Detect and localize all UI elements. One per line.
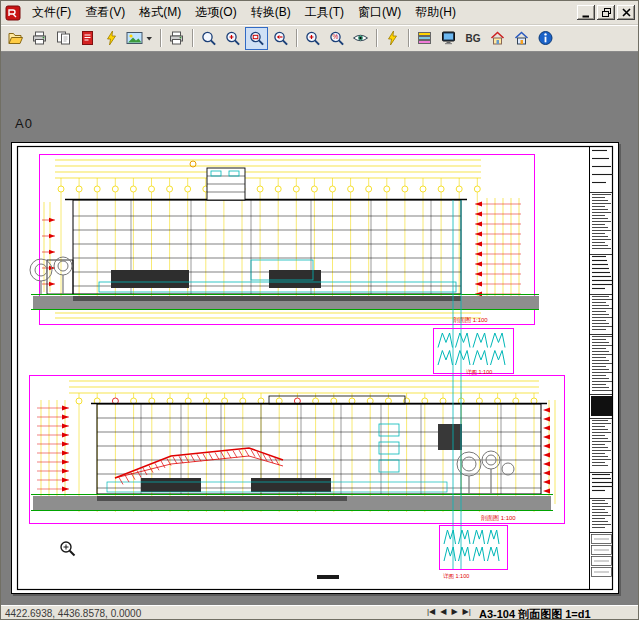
detail-box-1-label: 详图 1:100 [466,369,492,376]
save-as-image-button[interactable] [124,27,156,50]
svg-text:BG: BG [466,33,481,44]
menu-window[interactable]: 窗口(W) [351,1,408,24]
menu-tools[interactable]: 工具(T) [298,1,351,24]
layers-icon [416,30,433,46]
menu-convert[interactable]: 转换(B) [244,1,298,24]
svg-text:%: % [332,33,338,40]
bg-text-icon: BG [463,30,483,46]
website-button[interactable] [510,27,533,50]
close-button[interactable] [617,5,635,20]
app-icon [5,5,21,21]
detail-box-2-label: 详图 1:100 [443,573,469,580]
batch-convert-button[interactable] [100,27,123,50]
menu-help[interactable]: 帮助(H) [408,1,463,24]
toolbar-separator [192,29,193,47]
print-preview-button[interactable] [28,27,51,50]
status-bar: 4422.6938, 4436.8578, 0.0000 |◀◀▶▶| A3-1… [1,605,638,619]
magnifier-percent-icon: % [328,30,346,47]
printer-icon [31,30,48,46]
home-button[interactable] [486,27,509,50]
window-controls [577,5,636,20]
house-red-icon [489,30,506,46]
toolbar-separator [160,29,161,47]
info-icon [537,30,554,46]
bg-toggle-button[interactable]: BG [461,27,485,50]
image-dropdown-icon [126,30,154,46]
folder-open-icon [7,30,24,46]
zoom-window-button[interactable] [245,27,268,50]
magnifier-back-icon [272,30,290,47]
quick-locate-button[interactable] [381,27,404,50]
zoom-previous-button[interactable] [269,27,292,50]
open-button[interactable] [4,27,27,50]
magnifier-plus-icon [304,30,322,47]
last-sheet-button[interactable]: ▶| [461,606,473,618]
copy-button[interactable] [52,27,75,50]
zoom-detail-button[interactable] [301,27,324,50]
minimize-icon [580,6,593,19]
layout-label: A0 [15,116,33,131]
sheet-svg: 剖面图 1:100剖面图 1:100详图 1:100详图 1:100 [11,142,619,594]
printer-icon [168,30,185,46]
magnifier-icon [200,30,218,47]
house-blue-icon [513,30,530,46]
active-sheet-name: A3-104 剖面图图 1=d1 [479,607,591,620]
lightning-icon [384,30,401,46]
toolbar: %BG [1,25,638,52]
prev-sheet-button[interactable]: ◀ [438,606,448,618]
zoom-extents-button[interactable] [197,27,220,50]
app-window: 文件(F)查看(V)格式(M)选项(O)转换(B)工具(T)窗口(W)帮助(H)… [0,0,639,620]
restore-button[interactable] [597,5,615,20]
drawing-sheet: 剖面图 1:100剖面图 1:100详图 1:100详图 1:100 [11,142,619,594]
coordinates-readout: 4422.6938, 4436.8578, 0.0000 [5,608,141,619]
menu-file[interactable]: 文件(F) [25,1,78,24]
magnifier-window-icon [248,30,266,47]
about-button[interactable] [534,27,557,50]
view-toggle-button[interactable] [349,27,372,50]
file-red-icon [79,30,96,46]
menu-options[interactable]: 选项(O) [188,1,243,24]
menu-view[interactable]: 查看(V) [78,1,132,24]
top-drawing-label: 剖面图 1:100 [452,316,488,324]
convert-file-button[interactable] [76,27,99,50]
drawing-viewport[interactable]: A0 剖面图 1:100剖面图 1:100详图 1:100详图 1:100 [1,52,638,605]
menu-bar: 文件(F)查看(V)格式(M)选项(O)转换(B)工具(T)窗口(W)帮助(H) [1,1,638,25]
toolbar-separator [296,29,297,47]
display-settings-button[interactable] [437,27,460,50]
zoom-scale-button[interactable]: % [325,27,348,50]
sheet-stamp-mark [317,575,339,579]
sheet-nav: |◀◀▶▶| [425,606,473,618]
eye-icon [352,30,369,46]
minimize-button[interactable] [577,5,595,20]
next-sheet-button[interactable]: ▶ [449,606,459,618]
zoom-in-button[interactable] [221,27,244,50]
toolbar-separator [376,29,377,47]
first-sheet-button[interactable]: |◀ [425,606,437,618]
bottom-drawing-label: 剖面图 1:100 [480,514,516,522]
menu-list: 文件(F)查看(V)格式(M)选项(O)转换(B)工具(T)窗口(W)帮助(H) [25,1,463,24]
lightning-icon [103,30,120,46]
toolbar-separator [408,29,409,47]
restore-icon [600,6,613,19]
plot-button[interactable] [165,27,188,50]
copy-icon [55,30,72,46]
magnifier-plus-icon [224,30,242,47]
menu-format[interactable]: 格式(M) [132,1,188,24]
monitor-icon [440,30,457,46]
close-icon [620,6,633,19]
layers-button[interactable] [413,27,436,50]
